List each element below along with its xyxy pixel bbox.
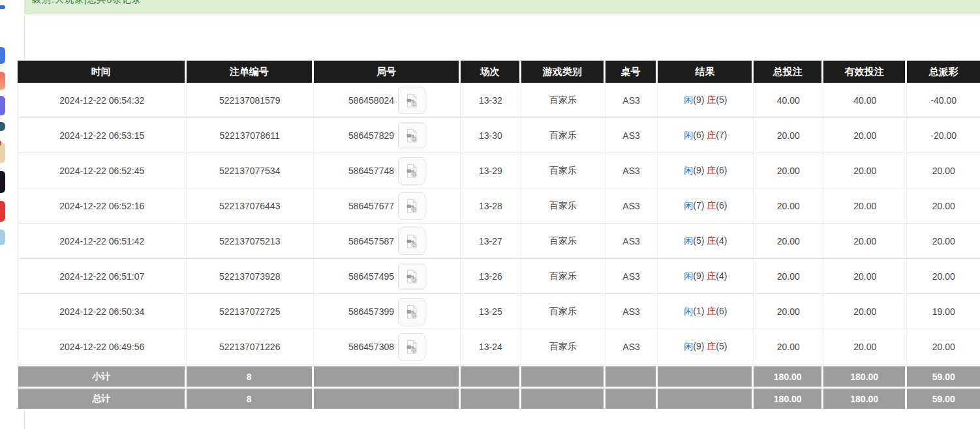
banner-text: 级别:大玩家|总共8条记录 bbox=[32, 0, 142, 6]
cell-session: 13-28 bbox=[461, 188, 521, 224]
banker-label: 庄 bbox=[707, 341, 716, 351]
player-label: 闲 bbox=[684, 200, 693, 211]
teal-app-icon bbox=[0, 122, 5, 131]
banker-points: (5) bbox=[716, 341, 727, 351]
cell-table-number: AS3 bbox=[605, 188, 658, 224]
cell-round-number: 586457587 bbox=[314, 224, 461, 259]
cell-round-number: 586457748 bbox=[314, 153, 461, 188]
player-label: 闲 bbox=[684, 165, 693, 175]
cell-total-bet[interactable]: 20.00 bbox=[754, 188, 823, 224]
tan-app-icon bbox=[0, 142, 5, 163]
cell-time: 2024-12-22 06:53:15 bbox=[18, 118, 187, 153]
cell-time: 2024-12-22 06:54:32 bbox=[18, 83, 187, 118]
banker-points: (6) bbox=[716, 306, 727, 316]
video-replay-button[interactable] bbox=[398, 228, 425, 255]
cell-game-type: 百家乐 bbox=[521, 329, 605, 364]
cell-game-type: 百家乐 bbox=[521, 259, 605, 294]
round-number: 586457495 bbox=[348, 271, 394, 282]
cell-table-number: AS3 bbox=[605, 259, 658, 294]
video-replay-button[interactable] bbox=[398, 122, 425, 149]
blue-dash-icon bbox=[0, 5, 5, 9]
table-row: 2024-12-22 06:53:15522137078611586457829… bbox=[18, 118, 980, 153]
video-replay-button[interactable] bbox=[398, 157, 425, 185]
round-number-group: 586457399 bbox=[348, 298, 425, 325]
black-app-icon bbox=[0, 171, 5, 193]
cell-bet-number: 522137072725 bbox=[187, 294, 314, 329]
column-header-1: 注单编号 bbox=[187, 61, 314, 83]
video-replay-button[interactable] bbox=[398, 87, 425, 114]
cell-total-bet[interactable]: 20.00 bbox=[754, 294, 823, 329]
player-label: 闲 bbox=[684, 306, 693, 316]
round-number: 586457748 bbox=[348, 166, 394, 176]
cell-result: 闲(6) 庄(7) bbox=[658, 118, 754, 153]
video-replay-button[interactable] bbox=[398, 192, 425, 220]
round-number-group: 586457748 bbox=[348, 157, 425, 185]
round-number-group: 586457495 bbox=[348, 263, 425, 290]
table-row: 2024-12-22 06:51:42522137075213586457587… bbox=[18, 224, 980, 259]
summary-total-bet: 180.00 bbox=[754, 387, 823, 409]
cell-table-number: AS3 bbox=[605, 83, 658, 118]
cell-session: 13-24 bbox=[461, 329, 521, 364]
cell-valid-bet: 40.00 bbox=[823, 83, 907, 118]
cell-game-type: 百家乐 bbox=[521, 83, 605, 118]
banker-label: 庄 bbox=[707, 235, 716, 246]
column-header-7: 总投注 bbox=[754, 61, 823, 83]
subtotal-row: 小计8180.00180.0059.00 bbox=[18, 364, 980, 387]
cell-bet-number: 522137081579 bbox=[187, 83, 314, 118]
cell-result: 闲(9) 庄(6) bbox=[658, 153, 754, 188]
summary-empty bbox=[461, 364, 521, 387]
summary-empty bbox=[605, 387, 658, 409]
summary-empty bbox=[521, 387, 605, 409]
summary-empty bbox=[658, 387, 754, 409]
table-row: 2024-12-22 06:54:32522137081579586458024… bbox=[18, 83, 980, 118]
cell-total-bet[interactable]: 20.00 bbox=[754, 259, 823, 294]
column-header-0: 时间 bbox=[18, 61, 187, 83]
column-header-8: 有效投注 bbox=[823, 61, 907, 83]
banker-points: (7) bbox=[716, 130, 727, 140]
summary-label: 总计 bbox=[18, 387, 187, 409]
banker-points: (6) bbox=[716, 200, 727, 211]
cell-game-type: 百家乐 bbox=[521, 294, 605, 329]
cell-result: 闲(9) 庄(5) bbox=[658, 83, 754, 118]
cell-valid-bet: 20.00 bbox=[823, 153, 907, 188]
cell-round-number: 586457677 bbox=[314, 188, 461, 224]
player-label: 闲 bbox=[684, 235, 693, 246]
banker-points: (6) bbox=[716, 165, 727, 175]
cell-time: 2024-12-22 06:51:42 bbox=[18, 224, 187, 259]
red-app-icon bbox=[0, 201, 5, 222]
cell-table-number: AS3 bbox=[605, 294, 658, 329]
grand-total-row: 总计8180.00180.0059.00 bbox=[18, 387, 980, 409]
cell-table-number: AS3 bbox=[605, 118, 658, 153]
table-row: 2024-12-22 06:49:56522137071226586457308… bbox=[18, 329, 980, 364]
cell-table-number: AS3 bbox=[605, 153, 658, 188]
video-replay-button[interactable] bbox=[398, 263, 425, 290]
banker-label: 庄 bbox=[707, 130, 716, 140]
cell-total-bet[interactable]: 40.00 bbox=[754, 83, 823, 118]
round-number: 586458024 bbox=[348, 95, 394, 106]
cell-round-number: 586457308 bbox=[314, 329, 461, 364]
banker-points: (5) bbox=[716, 95, 727, 105]
cell-total-bet[interactable]: 20.00 bbox=[754, 224, 823, 259]
cell-total-bet[interactable]: 20.00 bbox=[754, 153, 823, 188]
cell-result: 闲(9) 庄(4) bbox=[658, 259, 754, 294]
cell-result: 闲(1) 庄(6) bbox=[658, 294, 754, 329]
column-header-5: 桌号 bbox=[605, 61, 658, 83]
summary-empty bbox=[658, 364, 754, 387]
round-number-group: 586457587 bbox=[348, 228, 425, 255]
player-points: (5) bbox=[693, 235, 704, 246]
video-file-icon bbox=[405, 164, 419, 178]
player-label: 闲 bbox=[684, 271, 693, 281]
cell-total-bet[interactable]: 20.00 bbox=[754, 118, 823, 153]
cell-payout: 20.00 bbox=[907, 153, 980, 188]
cell-total-bet[interactable]: 20.00 bbox=[754, 329, 823, 364]
cell-round-number: 586457495 bbox=[314, 259, 461, 294]
video-file-icon bbox=[405, 128, 419, 143]
cell-bet-number: 522137078611 bbox=[187, 118, 314, 153]
bet-records-table: 时间注单编号局号场次游戏类别桌号结果总投注有效投注总派彩 2024-12-22 … bbox=[18, 61, 980, 409]
cell-payout: -40.00 bbox=[907, 83, 980, 118]
cell-game-type: 百家乐 bbox=[521, 153, 605, 188]
summary-empty bbox=[605, 364, 658, 387]
video-replay-button[interactable] bbox=[398, 298, 425, 325]
table-row: 2024-12-22 06:52:16522137076443586457677… bbox=[18, 188, 980, 224]
video-replay-button[interactable] bbox=[398, 333, 425, 361]
